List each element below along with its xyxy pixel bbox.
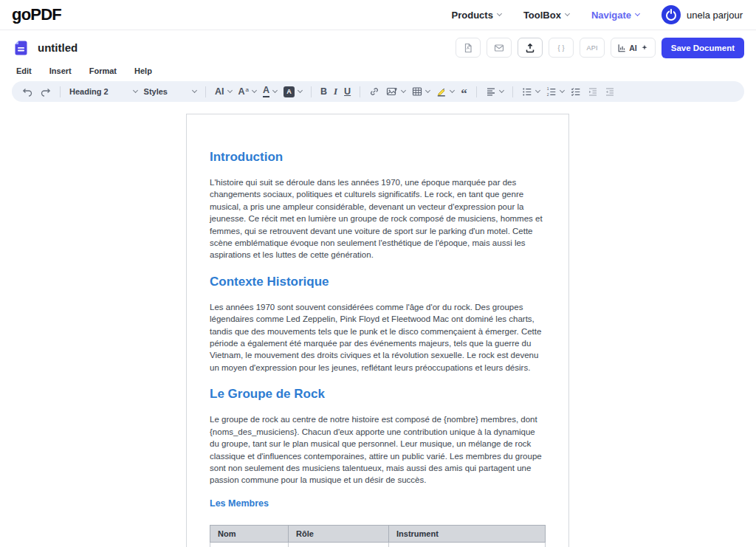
chart-icon — [617, 44, 626, 52]
indent-decrease-button[interactable] — [605, 87, 615, 97]
chevron-down-icon — [401, 88, 406, 93]
chevron-down-icon — [298, 88, 303, 93]
table-header-nom: Nom — [210, 525, 289, 542]
chevron-down-icon — [227, 88, 232, 93]
svg-text:1: 1 — [546, 87, 549, 91]
toolbar-separator — [360, 86, 360, 97]
table-row: {nom_1} Chanteur Guitare acoustique — [210, 542, 546, 547]
section-heading-le-groupe-de-rock: Le Groupe de Rock — [210, 387, 546, 402]
table-header-row: Nom Rôle Instrument — [210, 525, 546, 542]
chevron-down-icon — [133, 88, 138, 93]
document-file-icon — [12, 39, 30, 57]
text-case-button[interactable]: Aa — [238, 86, 256, 97]
italic-button[interactable]: I — [334, 86, 337, 97]
underline-button[interactable]: U — [344, 86, 351, 97]
subsection-heading-les-membres: Les Membres — [210, 498, 546, 509]
email-button[interactable] — [487, 38, 512, 58]
insert-table-button[interactable] — [412, 86, 430, 97]
toolbar-separator — [512, 86, 513, 97]
redo-button[interactable] — [40, 87, 51, 97]
numbered-list-icon: 1 2 — [546, 87, 557, 97]
text-case-icon: A — [238, 86, 245, 97]
bold-button[interactable]: B — [320, 86, 327, 97]
mail-icon — [494, 43, 504, 53]
document-page[interactable]: Introduction L'histoire qui suit se déro… — [186, 114, 569, 547]
table-cell[interactable]: {nom_1} — [210, 542, 289, 547]
formatting-toolbar: Heading 2 Styles AI Aa A A — [12, 81, 744, 102]
table-icon — [412, 86, 422, 97]
checklist-button[interactable] — [571, 87, 581, 97]
highlight-color-button[interactable]: A — [284, 86, 302, 97]
insert-image-button[interactable] — [386, 86, 405, 97]
table-cell[interactable]: Chanteur — [289, 542, 389, 547]
chevron-down-icon — [635, 11, 640, 16]
image-upload-icon — [386, 86, 398, 97]
font-size-icon: AI — [215, 86, 224, 97]
document-title[interactable]: untitled — [38, 41, 78, 54]
upload-icon — [525, 43, 535, 53]
toolbar-separator — [205, 86, 206, 97]
menu-help[interactable]: Help — [134, 66, 152, 75]
styles-select[interactable]: Styles — [144, 87, 196, 96]
table-header-instrument: Instrument — [389, 525, 546, 542]
table-header-role: Rôle — [289, 525, 389, 542]
highlighter-pen-icon — [436, 86, 447, 97]
app-window: goPDF Products ToolBox Navigate unela pa… — [0, 0, 756, 547]
toolbar-separator — [60, 86, 61, 97]
font-color-icon: A — [263, 86, 269, 97]
code-embed-button[interactable]: { } — [549, 38, 574, 58]
align-left-icon — [486, 87, 496, 97]
chevron-down-icon — [450, 88, 455, 93]
font-color-button[interactable]: A — [263, 86, 277, 97]
section-heading-contexte-historique: Contexte Historique — [210, 275, 546, 289]
menu-edit[interactable]: Edit — [16, 66, 32, 75]
blockquote-button[interactable]: “ — [461, 92, 467, 97]
section-paragraph: Les années 1970 sont souvent considérées… — [210, 301, 546, 374]
chevron-down-icon — [560, 88, 565, 93]
braces-icon: { } — [558, 44, 565, 52]
insert-link-button[interactable] — [369, 86, 379, 97]
chevron-down-icon — [192, 88, 197, 93]
link-icon — [369, 86, 379, 97]
export-pdf-button[interactable] — [456, 38, 481, 58]
user-menu[interactable]: unela parjour — [662, 5, 743, 24]
document-header: untitled — [0, 30, 756, 65]
checklist-icon — [571, 87, 581, 97]
chevron-down-icon — [535, 88, 540, 93]
api-button[interactable]: API — [580, 38, 605, 58]
indent-decrease-icon — [605, 87, 615, 97]
chevron-down-icon — [272, 88, 278, 93]
block-style-select[interactable]: Heading 2 — [69, 87, 137, 96]
gopdf-logo: goPDF — [12, 5, 61, 24]
pdf-file-icon — [463, 43, 473, 53]
bullet-list-icon — [522, 87, 532, 97]
chevron-down-icon — [499, 88, 504, 93]
section-paragraph: Le groupe de rock au centre de notre his… — [210, 413, 546, 486]
redo-icon — [40, 87, 51, 97]
nav-navigate[interactable]: Navigate — [591, 10, 639, 21]
indent-increase-button[interactable] — [588, 87, 598, 97]
upload-share-button[interactable] — [518, 38, 543, 58]
chevron-down-icon — [565, 11, 570, 16]
chevron-down-icon — [425, 88, 430, 93]
indent-increase-icon — [588, 87, 598, 97]
chevron-down-icon — [497, 11, 502, 16]
menu-insert[interactable]: Insert — [49, 66, 72, 75]
toolbar-separator — [311, 86, 312, 97]
menu-format[interactable]: Format — [89, 66, 117, 75]
nav-toolbox[interactable]: ToolBox — [523, 10, 569, 21]
section-paragraph: L'histoire qui suit se déroule dans les … — [210, 176, 546, 261]
highlight-color-icon: A — [284, 86, 295, 97]
ai-assistant-button[interactable]: AI — [611, 38, 656, 58]
menu-bar: Edit Insert Format Help — [0, 65, 756, 77]
table-cell[interactable]: Guitare acoustique — [389, 542, 546, 547]
highlighter-button[interactable] — [436, 86, 454, 97]
align-button[interactable] — [486, 87, 504, 97]
numbered-list-button[interactable]: 1 2 — [546, 87, 564, 97]
bullet-list-button[interactable] — [522, 87, 540, 97]
nav-products[interactable]: Products — [452, 10, 501, 21]
undo-button[interactable] — [22, 87, 33, 97]
top-navbar: goPDF Products ToolBox Navigate unela pa… — [0, 0, 756, 30]
save-document-button[interactable]: Save Document — [662, 38, 744, 58]
font-size-button[interactable]: AI — [215, 86, 232, 97]
